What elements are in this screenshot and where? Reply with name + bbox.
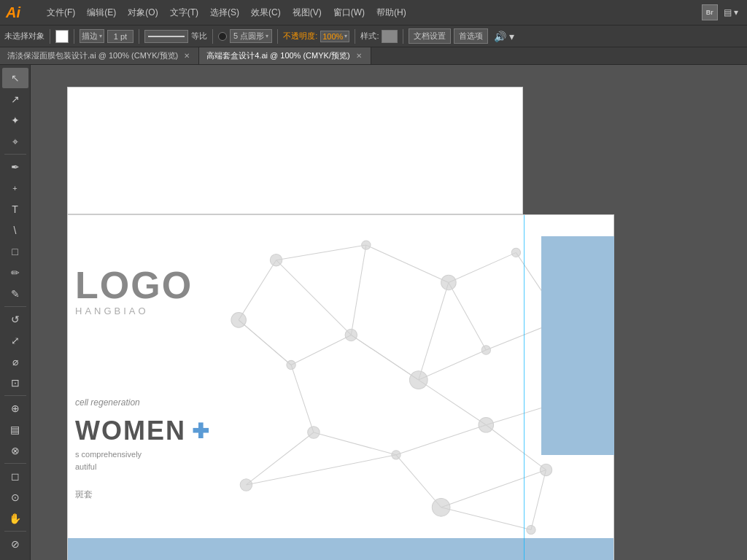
svg-point-8: [287, 360, 295, 369]
tool-sep-3: [4, 395, 26, 396]
svg-point-13: [540, 464, 551, 475]
tool-magic-wand[interactable]: ✦: [2, 110, 28, 131]
logo-sub-text: HANGBIAO: [75, 306, 193, 316]
svg-point-5: [481, 346, 490, 354]
svg-line-27: [239, 260, 276, 320]
tool-slice[interactable]: ⊗: [2, 440, 28, 461]
svg-line-41: [246, 455, 396, 485]
prefs-button[interactable]: 首选项: [454, 28, 488, 44]
workspace-icon[interactable]: ▤ ▾: [721, 6, 741, 19]
tool-rotate[interactable]: ↺: [2, 309, 28, 330]
tool-hand[interactable]: ✋: [2, 508, 28, 529]
svg-line-34: [419, 380, 486, 425]
svg-line-40: [246, 432, 313, 485]
svg-point-10: [308, 427, 320, 438]
fill-swatch[interactable]: [55, 30, 69, 43]
tab-1[interactable]: 清淡保湿面膜包装设计.ai @ 100% (CMYK/预览) ✕: [0, 47, 199, 64]
tool-warp[interactable]: ⌀: [2, 351, 28, 372]
tool-free-transform[interactable]: ⊡: [2, 373, 28, 393]
tab-2-label: 高端套盒设计4.ai @ 100% (CMYK/预览): [206, 50, 349, 61]
svg-point-9: [231, 313, 247, 328]
svg-line-46: [239, 320, 291, 365]
separator1: [50, 29, 50, 44]
separator6: [355, 29, 355, 44]
tool-pen[interactable]: ✒: [2, 157, 28, 177]
svg-point-11: [392, 451, 400, 459]
svg-line-28: [276, 260, 352, 335]
svg-line-35: [486, 425, 546, 470]
tool-sep-2: [4, 306, 26, 307]
svg-line-30: [449, 282, 486, 349]
cell-regeneration-text: cell regeneration: [75, 397, 140, 408]
brush-select[interactable]: 5 点圆形 ▾: [230, 29, 272, 43]
tool-sep-5: [4, 531, 26, 532]
women-section: WOMEN ✚: [75, 416, 209, 446]
network-pattern: [126, 215, 614, 545]
tool-type[interactable]: T: [2, 199, 28, 219]
tool-scale[interactable]: ⤢: [2, 330, 28, 351]
svg-line-44: [531, 470, 546, 529]
opacity-dropdown[interactable]: 100% ▾: [320, 31, 349, 42]
no-select-label: 未选择对象: [4, 31, 44, 42]
menu-edit[interactable]: 编辑(E): [81, 4, 122, 22]
stroke-pt-input[interactable]: [107, 30, 133, 43]
opacity-arrow: ▾: [344, 33, 347, 39]
menu-help[interactable]: 帮助(H): [371, 4, 412, 22]
tab-2[interactable]: 高端套盒设计4.ai @ 100% (CMYK/预览) ✕: [199, 47, 371, 64]
menu-select[interactable]: 选择(S): [204, 4, 245, 22]
doc-settings-button[interactable]: 文档设置: [409, 28, 451, 44]
comp-line1: s comprehensively: [75, 448, 142, 461]
comp-text: s comprehensively autiful: [75, 448, 142, 472]
tool-eyedropper[interactable]: ⊘: [2, 534, 28, 554]
tool-direct-select[interactable]: ↗: [2, 89, 28, 109]
line-style-indicator: [148, 36, 185, 37]
tool-lasso[interactable]: ⌖: [2, 131, 28, 152]
svg-point-7: [345, 329, 357, 341]
menu-file[interactable]: 文件(F): [41, 4, 81, 22]
toolbox: ↖ ↗ ✦ ⌖ ✒ + T \ □ ✏ ✎ ↺ ⤢ ⌀ ⊡ ⊕ ▤ ⊗ ◻ ⊙ …: [0, 65, 31, 560]
tab-1-label: 清淡保湿面膜包装设计.ai @ 100% (CMYK/预览): [7, 50, 178, 61]
tool-eraser[interactable]: ◻: [2, 466, 28, 486]
separator2: [74, 29, 74, 44]
separator4: [212, 29, 213, 44]
menu-text[interactable]: 文字(T): [164, 4, 204, 22]
tab-bar: 清淡保湿面膜包装设计.ai @ 100% (CMYK/预览) ✕ 高端套盒设计4…: [0, 47, 747, 65]
menu-object[interactable]: 对象(O): [122, 4, 163, 22]
menu-view[interactable]: 视图(V): [287, 4, 328, 22]
separator7: [403, 29, 403, 44]
svg-line-23: [419, 350, 486, 380]
tool-line[interactable]: \: [2, 220, 28, 241]
tool-select[interactable]: ↖: [2, 68, 28, 88]
tool-symbol-spray[interactable]: ⊕: [2, 398, 28, 419]
ban-text: 斑套: [75, 489, 93, 501]
svg-line-36: [441, 470, 546, 507]
tool-add-anchor[interactable]: +: [2, 178, 28, 198]
stroke-arrow: ▾: [99, 33, 102, 39]
tool-rect[interactable]: □: [2, 241, 28, 262]
canvas-area[interactable]: 优图网 优图网 优图网 优图网 优图网: [31, 65, 747, 560]
audio-icon[interactable]: 🔊 ▾: [491, 31, 517, 42]
color-dot: [218, 32, 227, 41]
tab-1-close[interactable]: ✕: [182, 51, 191, 61]
svg-line-29: [351, 245, 366, 335]
logo-area: LOGO HANGBIAO: [75, 266, 193, 316]
svg-line-31: [419, 282, 449, 380]
line-style-preview[interactable]: [144, 30, 188, 43]
menu-effect[interactable]: 效果(C): [245, 4, 287, 22]
tool-sep-1: [4, 154, 26, 155]
style-label: 样式:: [360, 31, 379, 42]
tool-brush[interactable]: ✏: [2, 262, 28, 283]
options-toolbar: 未选择对象 描边 ▾ 等比 5 点圆形 ▾ 不透明度: 100% ▾ 样式: 文…: [0, 26, 747, 47]
svg-line-24: [351, 335, 418, 380]
svg-point-0: [270, 254, 282, 265]
menu-window[interactable]: 窗口(W): [328, 4, 371, 22]
tool-zoom[interactable]: ⊙: [2, 487, 28, 508]
tool-column-graph[interactable]: ▤: [2, 419, 28, 440]
stroke-dropdown[interactable]: 描边 ▾: [80, 29, 104, 43]
tool-pencil[interactable]: ✎: [2, 284, 28, 304]
style-swatch[interactable]: [382, 30, 398, 43]
bridge-button[interactable]: Br: [702, 4, 718, 20]
tab-2-close[interactable]: ✕: [355, 51, 363, 61]
separator5: [277, 29, 278, 44]
brush-arrow: ▾: [266, 33, 268, 39]
